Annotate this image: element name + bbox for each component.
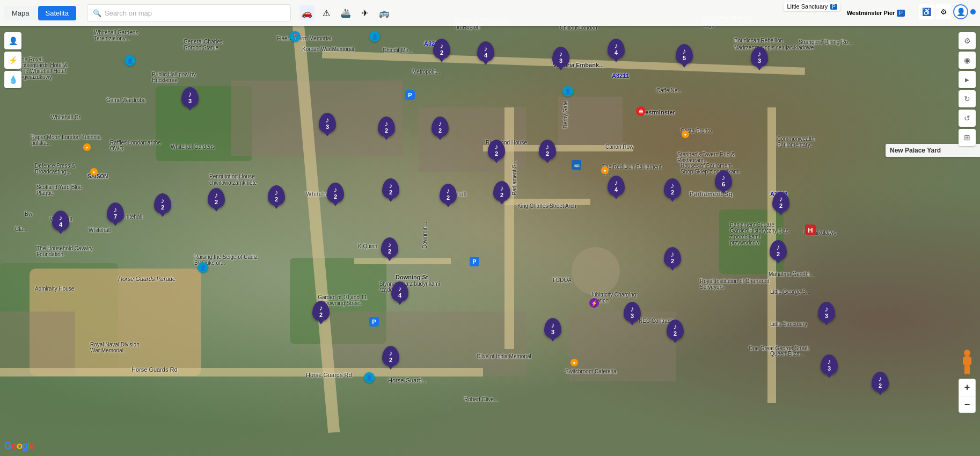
refresh-btn[interactable]: ↻ — [959, 90, 976, 107]
marker-m27[interactable]: ♪ 4 — [391, 281, 408, 302]
marker-m17[interactable]: ♪ 2 — [154, 193, 171, 214]
transport-transit[interactable]: 🚢 — [338, 5, 353, 20]
marker-m11[interactable]: ♪ 2 — [488, 140, 505, 160]
marker-m26[interactable]: ♪ 2 — [381, 237, 398, 258]
marker-m19[interactable]: ♪ 2 — [268, 185, 285, 206]
map-type-tabs: Mapa Satelita — [4, 6, 76, 20]
buildings-5 — [569, 312, 676, 381]
horse-guards-road — [0, 368, 483, 377]
parking-icon-2[interactable]: P — [470, 257, 479, 266]
accessibility-icon-btn[interactable]: ♿ — [919, 4, 934, 19]
google-g2: g — [22, 440, 27, 451]
current-location-btn[interactable]: 👤 — [4, 32, 21, 49]
parliament-street — [504, 107, 514, 349]
marker-m37[interactable]: ♪ 2 — [872, 372, 889, 392]
map-background — [0, 0, 980, 456]
marker-m16[interactable]: ♪ 2 — [772, 192, 789, 212]
rotate-btn[interactable]: ↺ — [959, 110, 976, 127]
info-icon-3[interactable]: 👤 — [369, 31, 380, 42]
pegman-streetview[interactable] — [959, 350, 976, 375]
nearby-btn[interactable]: ⚡ — [4, 52, 21, 69]
marker-m30[interactable]: ♪ 3 — [624, 302, 641, 322]
marker-m32[interactable]: ♪ 3 — [544, 318, 561, 338]
profile-icon-btn[interactable]: 👤 — [953, 4, 968, 19]
info-icon-1[interactable]: 👤 — [125, 55, 135, 66]
marker-m5[interactable]: ♪ 4 — [608, 39, 625, 59]
marker-m35[interactable]: ♪ 3 — [818, 302, 835, 322]
svg-rect-3 — [969, 357, 971, 365]
info-icon-6[interactable]: 👤 — [364, 372, 375, 383]
svg-point-0 — [964, 350, 970, 356]
marker-m2[interactable]: ♪ 2 — [433, 39, 450, 59]
transport-traffic[interactable]: ⚠ — [319, 5, 334, 20]
parking-icon-3[interactable]: P — [369, 317, 379, 327]
circle-btn[interactable]: ◉ — [959, 52, 976, 69]
marker-m12[interactable]: ♪ 2 — [539, 140, 556, 160]
layers-btn[interactable]: ⊞ — [959, 129, 976, 146]
roundabout-parliament — [572, 247, 620, 295]
marker-m6[interactable]: ♪ 5 — [676, 44, 693, 64]
marker-m22[interactable]: ♪ 2 — [440, 184, 457, 204]
settings-icon-btn[interactable]: ⚙ — [936, 4, 951, 19]
tab-map[interactable]: Mapa — [4, 6, 37, 20]
marker-m28[interactable]: ♪ 2 — [312, 301, 330, 321]
marker-m13[interactable]: ♪ 4 — [608, 176, 625, 196]
westminster-pier-label: Little Sanctuary P — [784, 2, 840, 11]
marker-m20[interactable]: ♪ 2 — [327, 183, 344, 203]
marker-m25[interactable]: ♪ 7 — [107, 202, 124, 223]
parking-icon-1[interactable]: P — [405, 90, 415, 100]
search-icon: 🔍 — [93, 9, 101, 17]
marker-m31[interactable]: ♪ 2 — [667, 320, 684, 340]
marker-m36[interactable]: ♪ 3 — [821, 354, 838, 375]
king-charles-road — [504, 199, 590, 205]
marker-m15[interactable]: ♪ 6 — [715, 170, 732, 191]
marker-m23[interactable]: ♪ 2 — [493, 181, 510, 201]
google-e: e — [30, 440, 34, 451]
marker-m10[interactable]: ♪ 2 — [432, 117, 449, 137]
zoom-out-btn[interactable]: − — [959, 396, 976, 413]
zoom-controls: + − — [959, 379, 976, 413]
marker-m21[interactable]: ♪ 2 — [382, 178, 399, 199]
google-logo: Google — [4, 440, 34, 452]
transport-flight[interactable]: ✈ — [357, 5, 372, 20]
pier-label: Westminster Pier — [847, 10, 895, 16]
top-bar-right: Westminster Pier P — [847, 0, 905, 26]
marker-m29[interactable]: ♪ 2 — [664, 247, 681, 267]
status-dot — [970, 9, 976, 15]
marker-m34[interactable]: ♪ 2 — [770, 240, 787, 260]
search-bar[interactable]: 🔍 Search on map — [87, 4, 291, 21]
top-navigation-bar: Mapa Satelita 🔍 Search on map 🚗 ⚠ 🚢 ✈ 🚌 … — [0, 0, 980, 26]
marker-m3[interactable]: ♪ 4 — [477, 41, 494, 62]
chevron-btn[interactable]: ▶ — [959, 71, 976, 88]
transport-drive[interactable]: 🚗 — [299, 5, 315, 20]
info-icon-2[interactable]: 📍 — [290, 31, 301, 42]
marker-m33[interactable]: ♪ 2 — [382, 346, 399, 366]
metro-icon-2[interactable]: 🚌 — [572, 160, 581, 170]
marker-m4[interactable]: ♪ 3 — [552, 47, 569, 67]
buildings-left — [0, 312, 75, 376]
metro-icon-1[interactable]: ⊕ — [636, 106, 646, 116]
map-container[interactable]: Mapa Satelita 🔍 Search on map 🚗 ⚠ 🚢 ✈ 🚌 … — [0, 0, 980, 456]
westminster-pier-text: Little Sanctuary — [787, 3, 828, 10]
water-btn[interactable]: 💧 — [4, 71, 21, 88]
left-controls: 👤 ⚡ 💧 — [4, 32, 21, 88]
marker-m1[interactable]: ♪ 3 — [181, 87, 199, 107]
info-icon-4[interactable]: 👤 — [198, 262, 208, 273]
google-o2: o — [17, 440, 22, 451]
settings-btn[interactable]: ⚙ — [959, 32, 976, 49]
info-icon-7[interactable]: 👤 — [562, 86, 573, 97]
marker-m14[interactable]: ♪ 2 — [664, 178, 681, 199]
downing-street — [354, 258, 451, 264]
transport-bus[interactable]: 🚌 — [377, 5, 392, 20]
tab-satellite[interactable]: Satelita — [38, 6, 76, 20]
marker-m9[interactable]: ♪ 2 — [378, 117, 395, 137]
main-buildings — [231, 81, 403, 156]
right-controls: ⚙ ◉ ▶ ↻ ↺ ⊞ — [959, 32, 976, 146]
marker-m8[interactable]: ♪ 3 — [319, 113, 336, 133]
search-placeholder: Search on map — [105, 9, 152, 17]
marker-m18[interactable]: ♪ 2 — [208, 188, 225, 208]
new-palace-text: New Palace Yard — [890, 147, 941, 154]
marker-m7[interactable]: ♪ 3 — [751, 47, 768, 67]
zoom-in-btn[interactable]: + — [959, 379, 976, 396]
marker-m24[interactable]: ♪ 4 — [52, 211, 69, 231]
